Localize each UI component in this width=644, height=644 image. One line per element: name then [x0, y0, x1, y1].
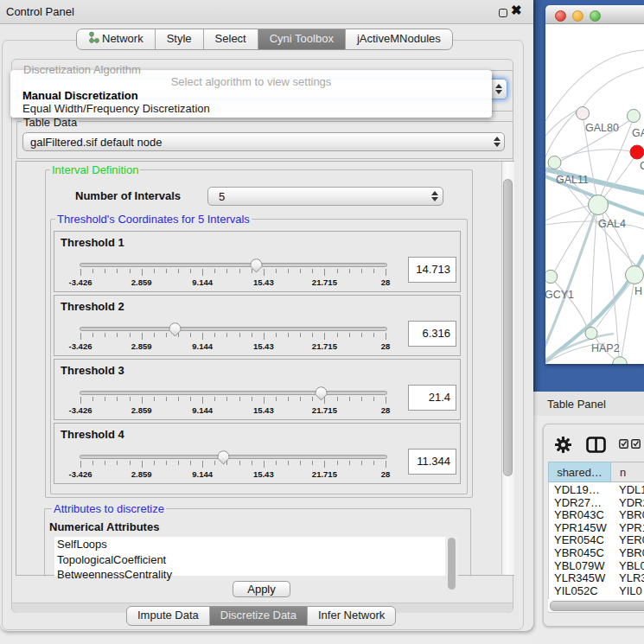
svg-text:GCY1: GCY1 — [545, 289, 574, 301]
svg-text:C: C — [640, 160, 644, 172]
svg-text:GAL80: GAL80 — [585, 122, 619, 134]
svg-text:GA: GA — [632, 127, 644, 139]
svg-text:GAL11: GAL11 — [556, 174, 589, 186]
svg-text:H: H — [634, 285, 642, 297]
svg-text:GAL4: GAL4 — [598, 218, 626, 230]
svg-text:HAP2: HAP2 — [591, 342, 620, 354]
